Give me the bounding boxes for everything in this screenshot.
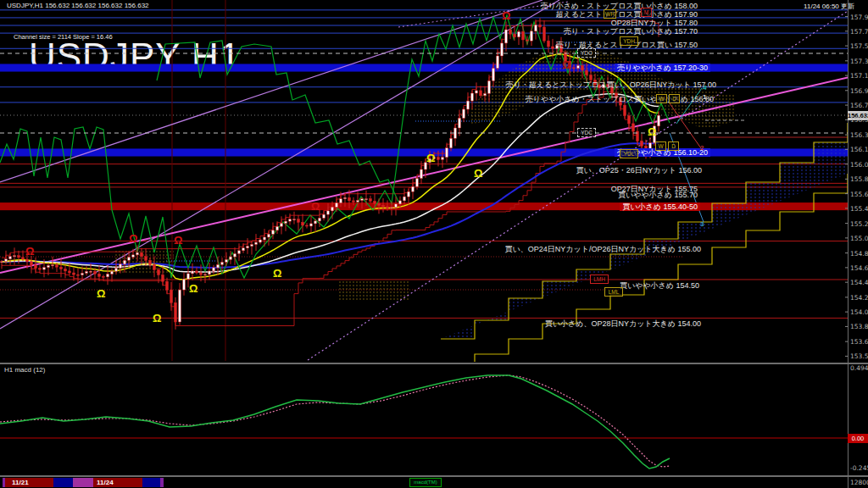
main-chart-panel[interactable] xyxy=(0,0,868,364)
mt4-chart-window: USDJPY H1 USDJPY,H1 156.632 156.632 156.… xyxy=(0,0,868,488)
macd-panel[interactable] xyxy=(0,375,848,469)
price-chart-canvas[interactable] xyxy=(0,0,868,488)
